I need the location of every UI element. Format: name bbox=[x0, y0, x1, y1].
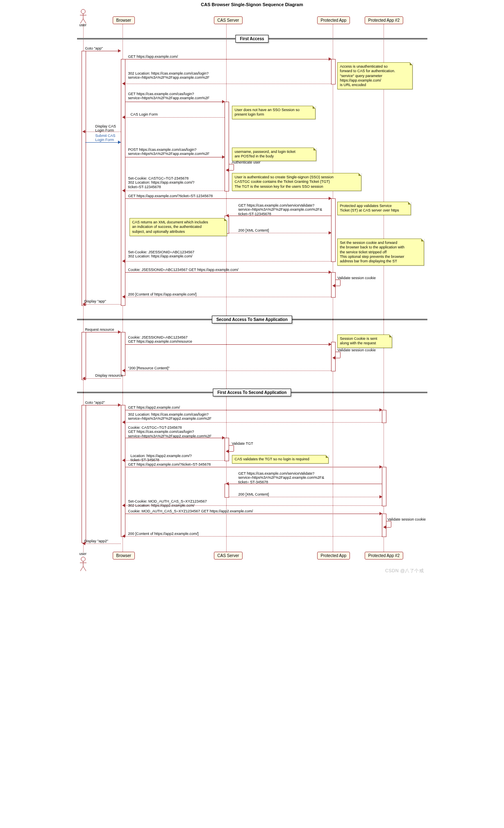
user-actor-top bbox=[79, 9, 87, 24]
bar-browser-3 bbox=[121, 405, 125, 537]
arrow bbox=[125, 438, 225, 438]
msg: 200 [Content of https://app2.example.com… bbox=[128, 532, 199, 536]
msg: Submit CAS Login Form bbox=[95, 134, 116, 142]
arrow bbox=[125, 344, 331, 345]
arrow bbox=[85, 378, 121, 379]
msg: Cookie: JSESSIONID=ABC1234567 GET https:… bbox=[128, 335, 192, 344]
arrow bbox=[125, 297, 331, 297]
svg-point-0 bbox=[81, 9, 85, 14]
bar-cas-1a bbox=[225, 102, 229, 191]
arrow bbox=[229, 233, 331, 233]
note: Access is unauthenticated so forward to … bbox=[337, 62, 413, 89]
arrow bbox=[125, 536, 382, 537]
user-label-top: user bbox=[79, 23, 87, 27]
msg: Display "app2" bbox=[84, 539, 108, 543]
user-label-bottom: user bbox=[79, 552, 87, 556]
msg: Set-Cookie: JSESSIONID=ABC1234567 302 Lo… bbox=[128, 250, 195, 259]
msg: GET https://cas.example.com/serviceValid… bbox=[238, 471, 325, 484]
msg: Validate session cookie bbox=[388, 517, 426, 521]
self-call bbox=[335, 352, 341, 358]
app2-footer: Protected App #2 bbox=[365, 552, 404, 560]
bar-app-1b bbox=[331, 198, 336, 262]
msg: CAS Login Form bbox=[131, 112, 158, 116]
arrow bbox=[125, 467, 382, 467]
arrow bbox=[229, 484, 382, 484]
msg: GET https://cas.example.com/cas/login? s… bbox=[128, 92, 210, 100]
msg: "200 [Resource Content]" bbox=[128, 366, 170, 370]
arrow bbox=[85, 332, 121, 332]
cas-header: CAS Server bbox=[214, 16, 243, 24]
msg: GET https://app.example.com/ bbox=[128, 55, 178, 59]
msg: GET https://app.example.com/?ticket=ST-1… bbox=[128, 194, 213, 198]
msg: Set-Cookie: CASTGC=TGT-2345678 302 Locat… bbox=[128, 176, 195, 189]
browser-footer: Browser bbox=[113, 552, 135, 560]
browser-header: Browser bbox=[113, 16, 135, 24]
note: User is authenticated so create Single-s… bbox=[232, 173, 361, 191]
arrow bbox=[125, 272, 331, 273]
cas-footer: CAS Server bbox=[214, 552, 243, 560]
msg: Goto "app2" bbox=[85, 400, 105, 405]
msg: 200 [Content of https://app.example.com/… bbox=[128, 292, 197, 296]
msg: Goto "app" bbox=[85, 46, 103, 50]
bar-cas-3b bbox=[225, 484, 229, 498]
bar-app-1a bbox=[331, 59, 336, 84]
msg: Request resource bbox=[85, 328, 114, 332]
arrow bbox=[125, 59, 331, 59]
msg: GET https://app2.example.com/?ticket=ST-… bbox=[128, 462, 211, 466]
watermark: CSDN @八了个戒 bbox=[385, 568, 424, 574]
self-call bbox=[335, 280, 341, 286]
arrow bbox=[85, 142, 121, 143]
self-call bbox=[229, 164, 234, 171]
arrow bbox=[85, 304, 121, 305]
arrow bbox=[229, 497, 382, 497]
bar-app2-3a bbox=[382, 410, 386, 423]
arrow bbox=[125, 102, 225, 102]
arrow bbox=[125, 505, 382, 506]
msg: Validate session cookie bbox=[338, 276, 376, 280]
arrow bbox=[229, 216, 331, 216]
arrow bbox=[125, 198, 331, 199]
msg: Validate TGT bbox=[232, 441, 253, 446]
arrow bbox=[125, 117, 225, 118]
note: User does not have an SSO Session so pre… bbox=[232, 106, 316, 119]
arrow bbox=[125, 371, 331, 371]
msg: GET https://app2.example.com/ bbox=[128, 405, 180, 409]
divider-first: First Access bbox=[235, 35, 268, 43]
arrow bbox=[125, 84, 331, 84]
msg: 302 Location: https://cas.example.com/ca… bbox=[128, 412, 212, 421]
arrow bbox=[125, 410, 382, 410]
note: Set the session cookie and forward the b… bbox=[337, 239, 424, 266]
msg: Cookie: CASTGC=TGT-2345678 GET https://c… bbox=[128, 425, 212, 438]
app-footer: Protected App bbox=[317, 552, 350, 560]
note: CAS returns an XML document which includ… bbox=[129, 218, 227, 236]
app-header: Protected App bbox=[317, 16, 350, 24]
svg-point-5 bbox=[81, 557, 85, 561]
sequence-diagram: CAS Browser Single-Signon Sequence Diagr… bbox=[77, 0, 427, 576]
svg-line-8 bbox=[80, 566, 83, 571]
bar-browser-1 bbox=[121, 59, 125, 306]
arrow bbox=[125, 514, 382, 514]
note: username, password, and login ticket are… bbox=[232, 148, 316, 161]
msg: GET https://cas.example.com/serviceValid… bbox=[238, 203, 322, 216]
msg: Display resource bbox=[95, 373, 123, 378]
msg: Authenticate user bbox=[232, 160, 261, 164]
bar-user-3 bbox=[82, 405, 86, 543]
msg: 302 Location: https://cas.example.com/ca… bbox=[128, 71, 210, 80]
arrow bbox=[85, 132, 121, 132]
msg: 200 [XML Content] bbox=[238, 228, 269, 232]
msg: Cookie: JSESSIONID=ABC1234567 GET https:… bbox=[128, 268, 238, 272]
msg: POST https://cas.example.com/cas/login? … bbox=[128, 148, 210, 156]
arrow bbox=[85, 51, 121, 51]
bar-user-2 bbox=[82, 332, 86, 380]
arrow bbox=[85, 544, 121, 544]
diagram-title: CAS Browser Single-Signon Sequence Diagr… bbox=[77, 2, 427, 7]
msg: Validate session cookie bbox=[338, 348, 376, 352]
self-call bbox=[229, 445, 234, 452]
note: CAS validates the TGT so no login is req… bbox=[232, 455, 329, 464]
user-actor-bottom bbox=[79, 557, 87, 571]
note: Protected app validates Service Ticket (… bbox=[337, 202, 411, 215]
note: Session Cookie is sent along with the re… bbox=[337, 334, 392, 348]
bar-app2-3b bbox=[382, 467, 386, 506]
arrow bbox=[125, 157, 225, 157]
arrow bbox=[85, 405, 121, 405]
